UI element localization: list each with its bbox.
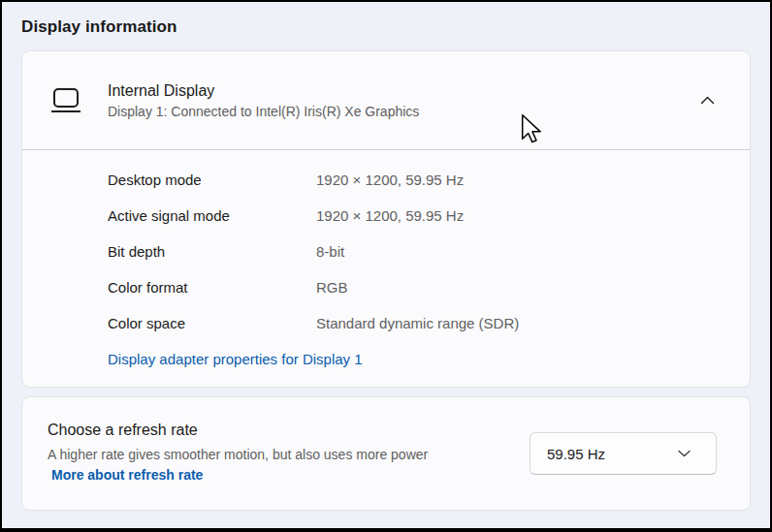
adapter-link-row: Display adapter properties for Display 1 xyxy=(108,341,750,377)
detail-value: 8-bit xyxy=(316,243,344,260)
detail-label: Active signal mode xyxy=(108,207,316,224)
display-title: Internal Display xyxy=(108,82,698,100)
refresh-rate-dropdown-value: 59.95 Hz xyxy=(547,446,605,462)
page-title: Display information xyxy=(21,17,770,37)
detail-value: 1920 × 1200, 59.95 Hz xyxy=(316,207,464,224)
display-details-list: Desktop mode 1920 × 1200, 59.95 Hz Activ… xyxy=(22,150,750,377)
display-subtitle: Display 1: Connected to Intel(R) Iris(R)… xyxy=(108,104,698,119)
display-settings-page: { "page": { "title": "Display informatio… xyxy=(0,0,772,532)
chevron-down-icon xyxy=(678,450,691,457)
more-about-refresh-rate-link[interactable]: More about refresh rate xyxy=(51,467,203,483)
detail-row-color-format: Color format RGB xyxy=(108,269,750,305)
laptop-icon xyxy=(51,87,80,113)
refresh-rate-card: Choose a refresh rate A higher rate give… xyxy=(21,396,751,511)
display-expander-text: Internal Display Display 1: Connected to… xyxy=(108,82,698,119)
display-expander-header[interactable]: Internal Display Display 1: Connected to… xyxy=(22,51,750,149)
refresh-rate-title: Choose a refresh rate xyxy=(48,422,443,439)
detail-value: Standard dynamic range (SDR) xyxy=(316,315,519,331)
refresh-rate-text: Choose a refresh rate A higher rate give… xyxy=(48,422,443,485)
detail-label: Color space xyxy=(108,315,316,331)
detail-label: Bit depth xyxy=(108,243,316,260)
detail-row-desktop-mode: Desktop mode 1920 × 1200, 59.95 Hz xyxy=(108,162,750,198)
refresh-rate-description-text: A higher rate gives smoother motion, but… xyxy=(48,447,428,462)
detail-value: 1920 × 1200, 59.95 Hz xyxy=(316,172,464,188)
chevron-up-icon xyxy=(700,96,715,105)
detail-row-bit-depth: Bit depth 8-bit xyxy=(108,234,750,269)
detail-row-active-signal-mode: Active signal mode 1920 × 1200, 59.95 Hz xyxy=(108,198,750,234)
display-information-card: Internal Display Display 1: Connected to… xyxy=(21,50,751,388)
detail-row-color-space: Color space Standard dynamic range (SDR) xyxy=(108,305,750,341)
detail-label: Desktop mode xyxy=(108,172,316,188)
display-adapter-properties-link[interactable]: Display adapter properties for Display 1 xyxy=(108,351,363,367)
collapse-button[interactable] xyxy=(698,94,717,107)
detail-label: Color format xyxy=(108,279,316,296)
detail-value: RGB xyxy=(316,279,348,296)
refresh-rate-description: A higher rate gives smoother motion, but… xyxy=(48,445,443,485)
refresh-rate-dropdown[interactable]: 59.95 Hz xyxy=(530,432,717,475)
